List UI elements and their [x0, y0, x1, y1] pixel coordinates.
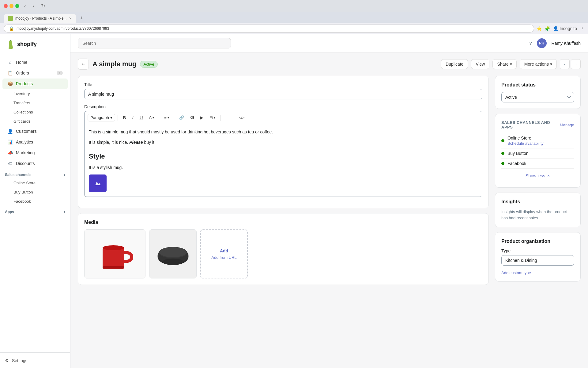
minimize-dot[interactable] [9, 4, 13, 8]
add-custom-type-link[interactable]: Add custom type [501, 270, 574, 275]
product-status-title: Product status [501, 82, 574, 88]
description-form-group: Description Paragraph ▾ B I U [84, 104, 482, 197]
page-title: A simple mug [92, 60, 136, 68]
maximize-dot[interactable] [15, 4, 19, 8]
search-input[interactable] [78, 38, 231, 48]
desc-image-embed [89, 174, 107, 192]
image-button[interactable]: 🖼 [188, 114, 197, 121]
status-badge: Active [140, 61, 157, 68]
profile-icon[interactable]: 👤 Incognito [553, 26, 577, 31]
view-button[interactable]: View [471, 59, 489, 69]
sidebar-item-analytics[interactable]: 📊 Analytics [2, 137, 68, 147]
page-header-left: ← A simple mug Active [78, 59, 158, 70]
sales-channels-expand[interactable]: › [64, 173, 65, 177]
show-less-label: Show less [526, 173, 545, 178]
align-button[interactable]: ≡ ▾ [162, 114, 172, 121]
back-nav-button[interactable]: ‹ [22, 3, 28, 10]
apps-expand[interactable]: › [64, 210, 65, 214]
help-icon[interactable]: ? [530, 41, 532, 46]
menu-icon[interactable]: ⋮ [580, 26, 584, 31]
products-icon: 📦 [7, 81, 13, 86]
refresh-button[interactable]: ↻ [39, 2, 47, 10]
image-icon: 🖼 [190, 115, 194, 120]
paragraph-select[interactable]: Paragraph ▾ [88, 114, 115, 121]
sidebar-item-transfers[interactable]: Transfers [2, 98, 68, 107]
back-button[interactable]: ← [78, 59, 89, 70]
sidebar-item-customers[interactable]: 👤 Customers [2, 126, 68, 136]
settings-icon: ⚙ [5, 358, 9, 363]
extension-icon-2[interactable]: 🧩 [545, 26, 550, 31]
sidebar-label-facebook: Facebook [13, 199, 31, 204]
page-header-actions: Duplicate View Share ▾ More actions ▾ ‹ … [441, 59, 581, 69]
text-color-button[interactable]: A ▾ [147, 114, 157, 121]
type-input[interactable] [501, 255, 574, 266]
title-label: Title [84, 82, 482, 87]
sidebar-item-marketing[interactable]: 📣 Marketing [2, 148, 68, 158]
sidebar-label-buy-button: Buy Button [13, 190, 33, 194]
sidebar-item-home[interactable]: ⌂ Home [2, 57, 68, 67]
manage-link[interactable]: Manage [560, 123, 574, 127]
close-dot[interactable] [4, 4, 8, 8]
show-less-chevron-icon: ∧ [547, 173, 550, 178]
media-add-area[interactable]: Add Add from URL [200, 229, 248, 278]
italic-button[interactable]: I [130, 114, 136, 121]
apps-label: Apps [5, 210, 14, 214]
sidebar-item-discounts[interactable]: 🏷 Discounts [2, 158, 68, 169]
more-actions-button[interactable]: More actions ▾ [520, 59, 557, 69]
sidebar-label-online-store: Online Store [13, 181, 36, 185]
underline-button[interactable]: U [137, 114, 145, 121]
paragraph-chevron-icon: ▾ [110, 115, 112, 120]
paragraph-label: Paragraph [90, 115, 109, 120]
media-item-2[interactable] [149, 229, 197, 278]
sidebar-label-collections: Collections [13, 110, 33, 114]
sidebar-item-buy-button[interactable]: Buy Button [2, 188, 68, 197]
link-button[interactable]: 🔗 [177, 114, 187, 121]
extension-icon[interactable]: ⭐ [537, 26, 542, 31]
media-item-1[interactable] [84, 229, 145, 278]
address-bar[interactable]: 🔒 moodjoy.myshopify.com/admin/products/7… [4, 25, 534, 33]
title-input[interactable] [84, 89, 482, 99]
sidebar-item-online-store[interactable]: Online Store [2, 178, 68, 187]
table-button[interactable]: ⊞ ▾ [207, 114, 218, 121]
embed-logo-icon [93, 178, 103, 188]
sidebar-item-orders[interactable]: 📋 Orders 1 [2, 68, 68, 78]
sidebar-item-facebook[interactable]: Facebook [2, 197, 68, 206]
shopify-text: shopify [17, 41, 37, 48]
next-product-button[interactable]: › [571, 59, 581, 69]
sidebar-item-settings[interactable]: ⚙ Settings [5, 356, 65, 365]
product-org-card: Product organization Type Add custom typ… [495, 232, 581, 282]
share-button[interactable]: Share ▾ [492, 59, 516, 69]
more-toolbar-button[interactable]: ··· [223, 114, 231, 121]
duplicate-button[interactable]: Duplicate [441, 59, 468, 69]
product-status-select[interactable]: Active Draft [501, 92, 574, 102]
sidebar-item-collections[interactable]: Collections [2, 108, 68, 117]
link-icon: 🔗 [179, 115, 184, 120]
insights-text: Insights will display when the product h… [501, 209, 574, 221]
sidebar-label-analytics: Analytics [16, 140, 33, 144]
show-less-button[interactable]: Show less ∧ [501, 170, 574, 181]
browser-tab[interactable]: moodjoy · Products · A simple... ✕ [4, 14, 76, 23]
code-view-button[interactable]: </> [236, 114, 247, 121]
app-container: shopify ⌂ Home 📋 Orders 1 📦 Products Inv… [0, 34, 588, 368]
svg-point-8 [163, 259, 183, 263]
sidebar-item-inventory[interactable]: Inventory [2, 89, 68, 98]
sidebar-item-gift-cards[interactable]: Gift cards [2, 117, 68, 126]
description-content[interactable]: This is a simple mug that should mostly … [85, 124, 482, 197]
sidebar-item-products[interactable]: 📦 Products [2, 79, 68, 89]
customers-icon: 👤 [7, 128, 13, 134]
video-button[interactable]: ▶ [198, 114, 206, 121]
bold-button[interactable]: B [120, 114, 129, 121]
tab-close-button[interactable]: ✕ [69, 17, 72, 21]
add-from-url-link[interactable]: Add from URL [211, 255, 236, 260]
prev-product-button[interactable]: ‹ [560, 59, 570, 69]
channel-info-online-store: Online Store Schedule availability [507, 136, 574, 146]
title-form-group: Title [84, 82, 482, 99]
schedule-availability-link[interactable]: Schedule availability [507, 141, 574, 146]
new-tab-button[interactable]: + [77, 14, 85, 23]
align-icon: ≡ [164, 115, 167, 120]
shopify-logo: shopify [5, 39, 37, 49]
discounts-icon: 🏷 [7, 161, 13, 166]
svg-point-2 [103, 245, 124, 250]
forward-nav-button[interactable]: › [31, 3, 36, 10]
svg-point-7 [160, 247, 187, 257]
